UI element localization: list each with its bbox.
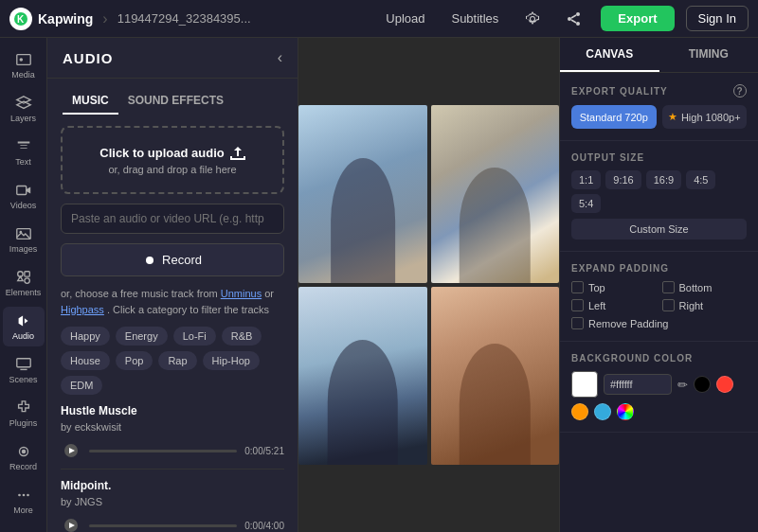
track-bar[interactable] (89, 524, 237, 527)
record-button[interactable]: Record (61, 243, 284, 276)
unminus-link[interactable]: Unminus (221, 288, 262, 299)
sidebar-item-layers[interactable]: Layers (3, 89, 45, 129)
padding-right-checkbox[interactable] (662, 299, 675, 311)
color-swatch-red[interactable] (716, 376, 733, 393)
color-row: ✏ (571, 371, 747, 420)
color-swatch-black[interactable] (694, 376, 711, 393)
genre-rnb[interactable]: R&B (222, 327, 262, 346)
genre-rap[interactable]: Rap (158, 351, 196, 370)
export-button[interactable]: Export (601, 6, 674, 31)
upload-button[interactable]: Upload (378, 8, 432, 29)
svg-rect-7 (16, 55, 29, 65)
output-size-label: OUTPUT SIZE (571, 152, 747, 163)
main-area: Media Layers Text Videos Images Elements… (0, 38, 758, 532)
tab-canvas[interactable]: CANVAS (560, 38, 659, 72)
svg-point-21 (146, 257, 153, 264)
sidebar-item-audio[interactable]: Audio (3, 307, 45, 346)
collapse-panel-button[interactable]: ‹ (278, 49, 282, 66)
tab-sound-effects[interactable]: SOUND EFFECTS (118, 88, 233, 115)
padding-left-checkbox[interactable] (571, 299, 584, 311)
sidebar-item-plugins[interactable]: Plugins (3, 394, 45, 434)
size-16-9[interactable]: 16:9 (646, 170, 681, 189)
size-9-16[interactable]: 9:16 (605, 170, 641, 189)
track-bar[interactable] (89, 450, 237, 452)
sidebar-item-scenes[interactable]: Scenes (3, 350, 45, 390)
remove-padding-checkbox[interactable] (571, 317, 584, 329)
background-color-section: BACKGROUND COLOR ✏ (560, 342, 758, 433)
topbar-actions: Upload Subtitles Export Sign In (378, 4, 749, 34)
quality-buttons: Standard 720p ★ High 1080p+ (571, 105, 747, 129)
padding-top-label: Top (588, 282, 605, 293)
remove-padding-option[interactable]: Remove Padding (571, 317, 747, 329)
track-progress: 0:00/5:21 (61, 440, 284, 461)
svg-point-19 (22, 494, 25, 497)
canvas-area[interactable] (298, 38, 559, 532)
logo[interactable]: K Kapwing (9, 8, 93, 30)
color-preview[interactable] (571, 371, 598, 398)
genre-lofi[interactable]: Lo-Fi (173, 327, 216, 346)
track-name: Hustle Muscle (61, 404, 284, 417)
padding-grid: Top Bottom Left Right (571, 281, 747, 311)
subtitles-button[interactable]: Subtitles (443, 8, 506, 29)
audio-tabs: MUSIC SOUND EFFECTS (47, 79, 298, 115)
sidebar-item-elements[interactable]: Elements (3, 263, 45, 303)
size-1-1[interactable]: 1:1 (571, 170, 601, 189)
svg-point-20 (27, 494, 29, 497)
padding-left-label: Left (588, 300, 605, 311)
sidebar-item-media[interactable]: Media (3, 45, 45, 85)
share-button[interactable] (559, 4, 589, 34)
color-swatch-blue[interactable] (594, 403, 611, 420)
sidebar-icons: Media Layers Text Videos Images Elements… (0, 38, 47, 532)
remove-padding-label: Remove Padding (588, 318, 668, 329)
right-panel: CANVAS TIMING EXPORT QUALITY ? Standard … (559, 38, 758, 532)
genre-tags: Happy Energy Lo-Fi R&B House Pop Rap Hip… (61, 327, 284, 395)
sidebar-item-images[interactable]: Images (3, 220, 45, 259)
track-play-button[interactable] (61, 515, 81, 532)
audio-panel-body: Click to upload audio or, drag and drop … (47, 115, 298, 532)
padding-left-option[interactable]: Left (571, 299, 657, 311)
genre-house[interactable]: House (61, 351, 110, 370)
upload-audio-box[interactable]: Click to upload audio or, drag and drop … (61, 126, 284, 194)
genre-pop[interactable]: Pop (116, 351, 153, 370)
sidebar-item-videos[interactable]: Videos (3, 176, 45, 216)
canvas-image-4 (431, 287, 560, 465)
sidebar-item-text[interactable]: Text (3, 133, 45, 172)
genre-edm[interactable]: EDM (61, 376, 102, 395)
free-music-text: or, choose a free music track from Unmin… (61, 286, 284, 317)
standard-quality-button[interactable]: Standard 720p (571, 105, 657, 129)
url-input[interactable] (61, 204, 284, 234)
track-name: Midpoint. (61, 479, 284, 492)
size-4-5[interactable]: 4:5 (686, 170, 715, 189)
color-pencil-button[interactable]: ✏ (677, 378, 688, 392)
track-author: by eckskwisit (61, 421, 284, 433)
output-size-section: OUTPUT SIZE 1:1 9:16 16:9 4:5 5:4 Custom… (560, 141, 758, 252)
color-hex-input[interactable] (604, 374, 672, 395)
signin-button[interactable]: Sign In (686, 6, 749, 31)
custom-size-button[interactable]: Custom Size (571, 219, 747, 239)
padding-bottom-option[interactable]: Bottom (662, 281, 748, 293)
canvas-image-2 (431, 105, 560, 283)
padding-right-option[interactable]: Right (662, 299, 748, 311)
sidebar-item-record[interactable]: Record (3, 437, 45, 477)
help-icon[interactable]: ? (733, 84, 747, 98)
svg-point-18 (18, 494, 21, 497)
size-5-4[interactable]: 5:4 (571, 194, 601, 213)
tab-timing[interactable]: TIMING (659, 38, 759, 72)
sidebar-item-more[interactable]: More (3, 481, 45, 521)
expand-padding-label: EXPAND PADDING (571, 263, 747, 274)
genre-happy[interactable]: Happy (61, 327, 110, 346)
highpass-link[interactable]: Highpass (61, 304, 104, 315)
track-author: by JNGS (61, 496, 284, 507)
genre-energy[interactable]: Energy (116, 327, 168, 346)
padding-bottom-checkbox[interactable] (662, 281, 675, 293)
high-quality-button[interactable]: ★ High 1080p+ (662, 105, 748, 129)
tab-music[interactable]: MUSIC (63, 88, 118, 115)
track-play-button[interactable] (61, 440, 81, 461)
settings-button[interactable] (517, 4, 548, 34)
padding-top-checkbox[interactable] (571, 281, 584, 293)
padding-top-option[interactable]: Top (571, 281, 657, 293)
svg-rect-13 (24, 272, 28, 276)
genre-hiphop[interactable]: Hip-Hop (203, 351, 260, 370)
color-rainbow-picker[interactable] (617, 403, 634, 420)
color-swatch-orange[interactable] (571, 403, 588, 420)
